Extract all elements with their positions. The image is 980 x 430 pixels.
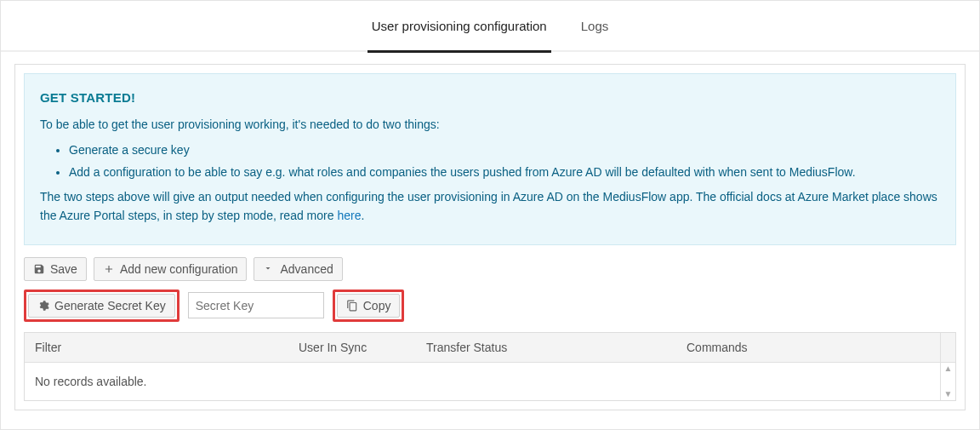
table-header-user-in-sync: User In Sync xyxy=(288,333,416,362)
alert-outro: The two steps above will give an output … xyxy=(40,188,940,225)
alert-bullet-2: Add a configuration to be able to say e.… xyxy=(69,163,940,182)
copy-button[interactable]: Copy xyxy=(337,294,401,318)
alert-heading: GET STARTED! xyxy=(40,88,940,107)
alert-intro: To be able to get the user provisioning … xyxy=(40,116,940,135)
scroll-down-icon[interactable]: ▼ xyxy=(944,390,953,398)
save-button[interactable]: Save xyxy=(24,257,87,281)
copy-label: Copy xyxy=(363,299,391,312)
tab-logs[interactable]: Logs xyxy=(577,0,613,51)
generate-secret-key-highlight: Generate Secret Key xyxy=(24,290,179,322)
table-no-records: No records available. xyxy=(25,363,940,400)
get-started-alert: GET STARTED! To be able to get the user … xyxy=(24,73,956,245)
scroll-up-icon[interactable]: ▲ xyxy=(944,364,953,373)
tab-bar: User provisioning configuration Logs xyxy=(1,1,979,52)
alert-readmore-link[interactable]: here xyxy=(337,209,361,222)
generate-secret-key-button[interactable]: Generate Secret Key xyxy=(28,294,175,318)
content-panel: GET STARTED! To be able to get the user … xyxy=(14,64,966,410)
generate-secret-key-label: Generate Secret Key xyxy=(54,299,166,312)
alert-bullets: Generate a secure key Add a configuratio… xyxy=(50,141,940,181)
save-icon xyxy=(33,263,45,275)
table-header-transfer-status: Transfer Status xyxy=(416,333,676,362)
plus-icon xyxy=(103,263,115,275)
caret-down-icon xyxy=(263,263,275,275)
table-header-filter: Filter xyxy=(25,333,288,362)
table-header-scroll-gutter xyxy=(940,333,955,362)
toolbar: Save Add new configuration Advanced xyxy=(24,257,956,281)
alert-outro-text: The two steps above will give an output … xyxy=(40,190,937,222)
table-header-commands: Commands xyxy=(676,333,940,362)
advanced-button[interactable]: Advanced xyxy=(254,257,342,281)
table-scrollbar[interactable]: ▲ ▼ xyxy=(940,363,955,400)
save-button-label: Save xyxy=(50,262,77,276)
secret-key-input[interactable] xyxy=(188,292,324,318)
alert-bullet-1: Generate a secure key xyxy=(69,141,940,160)
alert-outro-after: . xyxy=(361,209,364,222)
table-body: No records available. ▲ ▼ xyxy=(25,363,955,400)
copy-highlight: Copy xyxy=(333,290,405,322)
config-table: Filter User In Sync Transfer Status Comm… xyxy=(24,332,956,401)
table-header-row: Filter User In Sync Transfer Status Comm… xyxy=(25,333,955,363)
advanced-label: Advanced xyxy=(280,262,333,276)
copy-icon xyxy=(346,300,358,312)
tab-user-provisioning-config[interactable]: User provisioning configuration xyxy=(368,0,551,51)
add-configuration-button[interactable]: Add new configuration xyxy=(94,257,248,281)
gears-icon xyxy=(37,300,49,312)
secret-key-row: Generate Secret Key Copy xyxy=(24,290,956,322)
add-configuration-label: Add new configuration xyxy=(120,262,238,276)
